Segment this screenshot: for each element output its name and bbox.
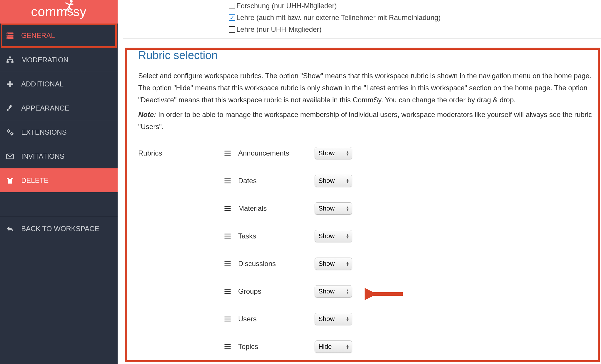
drag-handle-icon[interactable] [223, 287, 238, 295]
drag-handle-icon[interactable] [223, 149, 238, 157]
rubric-visibility-select-wrap: ShowHideDeactivate▲▼ [315, 340, 352, 353]
sidebar-item-label: DELETE [21, 176, 49, 185]
svg-rect-8 [6, 61, 9, 63]
rubric-visibility-select[interactable]: ShowHideDeactivate [315, 202, 352, 215]
rubric-visibility-select[interactable]: ShowHideDeactivate [315, 313, 352, 325]
rubric-visibility-select-wrap: ShowHideDeactivate▲▼ [315, 202, 352, 215]
drag-handle-icon[interactable] [223, 204, 238, 213]
section-title: Rubric selection [138, 49, 601, 62]
drag-handle-icon[interactable] [223, 260, 238, 268]
sidebar-item-extensions[interactable]: EXTENSIONS [0, 120, 118, 144]
svg-rect-9 [11, 61, 14, 63]
brush-icon [5, 104, 15, 112]
sidebar-item-invitations[interactable]: INVITATIONS [0, 144, 118, 168]
sitemap-icon [5, 56, 15, 64]
note-label: Note: [138, 111, 156, 118]
main-content: Forschung (nur UHH-Mitglieder)✓Lehre (au… [118, 0, 601, 364]
svg-point-10 [8, 130, 10, 132]
sidebar-item-label: MODERATION [21, 56, 69, 64]
checkbox-label: Lehre (auch mit bzw. nur externe Teilneh… [236, 14, 441, 22]
section-description: Select and configure workspace rubrics. … [138, 70, 601, 106]
rubric-visibility-select-wrap: ShowHideDeactivate▲▼ [315, 147, 352, 159]
svg-point-11 [11, 133, 13, 135]
svg-rect-7 [9, 56, 11, 58]
sidebar-item-label: ADDITIONAL [21, 80, 64, 88]
rubric-visibility-select-wrap: ShowHideDeactivate▲▼ [315, 258, 352, 270]
checkbox-row: ✓Lehre (auch mit bzw. nur externe Teilne… [229, 12, 601, 24]
rubric-visibility-select[interactable]: ShowHideDeactivate [315, 147, 352, 159]
rubric-name: Dates [238, 177, 315, 185]
rubric-visibility-select-wrap: ShowHideDeactivate▲▼ [315, 230, 352, 242]
sidebar-item-label: BACK TO WORKSPACE [21, 225, 99, 233]
rubric-visibility-select-wrap: ShowHideDeactivate▲▼ [315, 175, 352, 187]
svg-point-4 [7, 33, 8, 34]
checkbox[interactable] [229, 3, 235, 9]
sidebar-item-moderation[interactable]: MODERATION [0, 48, 118, 72]
rubrics-heading: Rubrics [138, 149, 223, 157]
rubric-name: Discussions [238, 260, 315, 268]
sidebar-item-label: EXTENSIONS [21, 128, 67, 136]
svg-point-5 [7, 35, 8, 36]
sidebar-item-back[interactable]: BACK TO WORKSPACE [0, 216, 118, 241]
rubric-name: Materials [238, 204, 315, 213]
logo: commssy [0, 0, 118, 24]
rubric-visibility-select[interactable]: ShowHideDeactivate [315, 230, 352, 242]
drag-handle-icon[interactable] [223, 315, 238, 323]
drag-handle-icon[interactable] [223, 232, 238, 240]
trash-icon [5, 176, 15, 185]
sidebar-item-appearance[interactable]: APPEARANCE [0, 96, 118, 120]
nav-list: GENERALMODERATIONADDITIONALAPPEARANCEEXT… [0, 24, 118, 241]
drag-handle-icon[interactable] [223, 343, 238, 351]
category-checkboxes: Forschung (nur UHH-Mitglieder)✓Lehre (au… [123, 0, 601, 39]
rubric-name: Groups [238, 287, 315, 295]
rubric-name: Topics [238, 343, 315, 351]
rubric-name: Announcements [238, 149, 315, 157]
note-text: In order to be able to manage the worksp… [138, 111, 592, 131]
rubric-visibility-select[interactable]: ShowHideDeactivate [315, 258, 352, 270]
rubric-table: RubricsAnnouncementsShowHideDeactivate▲▼… [138, 147, 601, 353]
reply-icon [5, 225, 15, 233]
rubric-visibility-select[interactable]: ShowHideDeactivate [315, 340, 352, 353]
gears-icon [5, 128, 15, 136]
section-note: Note: In order to be able to manage the … [138, 109, 601, 133]
rubric-section: Rubric selection Select and configure wo… [123, 39, 601, 353]
rubric-visibility-select[interactable]: ShowHideDeactivate [315, 175, 352, 187]
svg-point-0 [70, 0, 73, 3]
sidebar: commssy GENERALMODERATIONADDITIONALAPPEA… [0, 0, 118, 364]
rubric-name: Users [238, 315, 315, 323]
envelope-icon [5, 152, 15, 161]
sidebar-item-general[interactable]: GENERAL [0, 24, 118, 48]
server-icon [5, 31, 15, 40]
sidebar-item-delete[interactable]: DELETE [0, 168, 118, 192]
checkbox-row: Lehre (nur UHH-Mitglieder) [229, 24, 601, 35]
sidebar-item-label: GENERAL [21, 31, 55, 40]
rubric-visibility-select[interactable]: ShowHideDeactivate [315, 285, 352, 298]
checkbox-row: Forschung (nur UHH-Mitglieder) [229, 0, 601, 12]
rubric-visibility-select-wrap: ShowHideDeactivate▲▼ [315, 313, 352, 325]
sidebar-item-additional[interactable]: ADDITIONAL [0, 72, 118, 96]
sidebar-item-label: INVITATIONS [21, 152, 64, 161]
rubric-visibility-select-wrap: ShowHideDeactivate▲▼ [315, 285, 352, 298]
plus-icon [5, 80, 15, 88]
rubric-name: Tasks [238, 232, 315, 240]
drag-handle-icon[interactable] [223, 177, 238, 185]
svg-point-6 [7, 38, 8, 39]
checkbox[interactable]: ✓ [229, 14, 235, 21]
checkbox-label: Forschung (nur UHH-Mitglieder) [236, 2, 337, 10]
checkbox[interactable] [229, 26, 235, 33]
checkbox-label: Lehre (nur UHH-Mitglieder) [236, 25, 321, 34]
sidebar-item-label: APPEARANCE [21, 104, 69, 112]
